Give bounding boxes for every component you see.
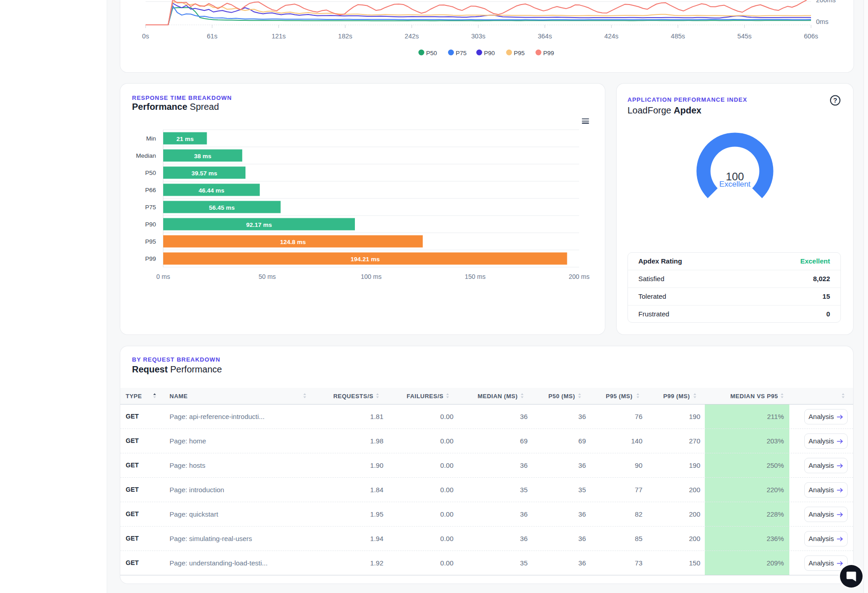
svg-text:545s: 545s xyxy=(737,33,751,40)
svg-text:0 ms: 0 ms xyxy=(156,273,170,280)
svg-text:200ms: 200ms xyxy=(816,0,836,4)
svg-text:242s: 242s xyxy=(405,33,419,40)
svg-text:P50: P50 xyxy=(426,50,437,56)
svg-text:194.21 ms: 194.21 ms xyxy=(350,256,380,263)
svg-text:39.57 ms: 39.57 ms xyxy=(191,170,217,177)
svg-text:P75: P75 xyxy=(456,50,467,56)
svg-text:Median: Median xyxy=(136,152,156,159)
svg-text:?: ? xyxy=(833,97,837,104)
svg-text:485s: 485s xyxy=(671,33,685,40)
svg-text:200 ms: 200 ms xyxy=(569,273,590,280)
svg-text:P75: P75 xyxy=(145,204,156,211)
svg-text:21 ms: 21 ms xyxy=(176,136,193,142)
svg-text:364s: 364s xyxy=(538,33,552,40)
svg-text:P66: P66 xyxy=(145,187,156,193)
svg-text:92.17 ms: 92.17 ms xyxy=(246,221,272,228)
svg-text:P99: P99 xyxy=(145,255,156,262)
svg-text:61s: 61s xyxy=(207,33,217,40)
svg-text:P95: P95 xyxy=(514,50,525,56)
svg-text:124.8 ms: 124.8 ms xyxy=(280,239,306,245)
svg-text:182s: 182s xyxy=(338,33,352,40)
svg-text:P90: P90 xyxy=(145,221,156,228)
svg-text:424s: 424s xyxy=(604,33,618,40)
svg-text:P90: P90 xyxy=(484,50,495,56)
svg-text:606s: 606s xyxy=(804,33,818,40)
svg-text:121s: 121s xyxy=(272,33,286,40)
svg-text:Excellent: Excellent xyxy=(719,180,750,188)
svg-text:0s: 0s xyxy=(142,33,149,40)
svg-text:Min: Min xyxy=(146,135,156,142)
svg-text:P95: P95 xyxy=(145,238,156,245)
svg-text:100 ms: 100 ms xyxy=(361,273,382,280)
svg-text:56.45 ms: 56.45 ms xyxy=(209,204,235,211)
svg-text:38 ms: 38 ms xyxy=(194,153,211,160)
svg-text:50 ms: 50 ms xyxy=(259,273,276,280)
svg-text:303s: 303s xyxy=(471,33,485,40)
svg-text:46.44 ms: 46.44 ms xyxy=(198,187,224,194)
svg-text:150 ms: 150 ms xyxy=(465,273,486,280)
svg-text:P99: P99 xyxy=(543,50,554,56)
svg-text:P50: P50 xyxy=(145,169,156,176)
svg-text:0ms: 0ms xyxy=(816,18,828,25)
